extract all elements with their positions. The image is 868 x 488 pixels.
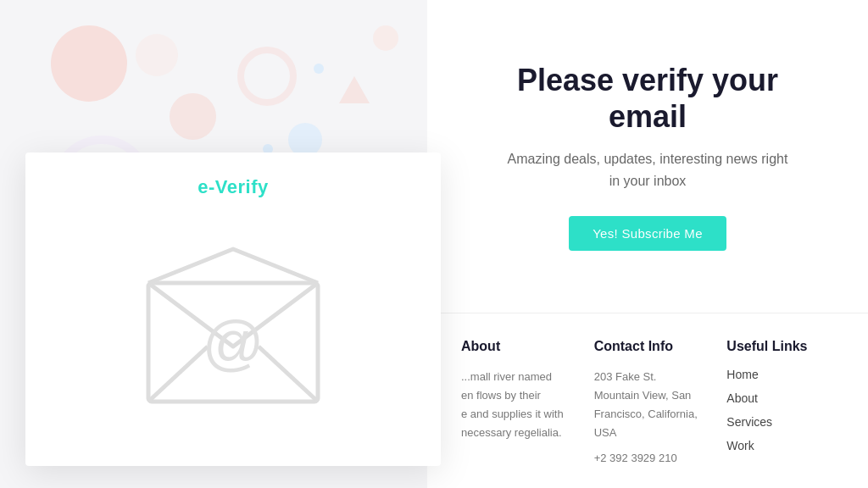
right-panel: Please verify your email Amazing deals, … (427, 0, 868, 488)
footer-contact-address: 203 Fake St. Mountain View, San Francisc… (594, 368, 702, 442)
footer-section: About ...mall river nameden flows by the… (427, 313, 868, 488)
deco-circle (373, 25, 398, 51)
deco-circle (237, 47, 297, 106)
envelope-illustration: @ (123, 215, 343, 435)
deco-circle (170, 93, 216, 140)
everify-card: e-Verify @ (25, 152, 441, 466)
footer-contact-title: Contact Info (594, 339, 702, 354)
footer-about-title: About (461, 339, 569, 354)
subscribe-button[interactable]: Yes! Subscribe Me (569, 216, 726, 251)
footer-about-col: About ...mall river nameden flows by the… (461, 339, 569, 468)
deco-circle (288, 123, 322, 157)
footer-links-title: Useful Links (726, 339, 834, 354)
footer-link-work[interactable]: Work (726, 439, 834, 452)
everify-logo: e-Verify (198, 176, 269, 198)
footer-contact-phone: +2 392 3929 210 (594, 449, 702, 468)
deco-triangle (339, 76, 370, 103)
svg-text:@: @ (202, 308, 264, 376)
hero-subtitle: Amazing deals, updates, interesting news… (504, 148, 792, 191)
footer-about-text: ...mall river nameden flows by theire an… (461, 368, 569, 442)
footer-contact-col: Contact Info 203 Fake St. Mountain View,… (594, 339, 702, 468)
hero-section: Please verify your email Amazing deals, … (427, 0, 868, 313)
deco-circle (51, 25, 127, 102)
footer-link-services[interactable]: Services (726, 415, 834, 429)
hero-title: Please verify your email (478, 62, 817, 135)
footer-link-home[interactable]: Home (726, 368, 834, 381)
deco-dot (314, 64, 324, 74)
deco-circle (136, 34, 178, 76)
footer-links-col: Useful Links Home About Services Work (726, 339, 834, 468)
footer-link-about[interactable]: About (726, 391, 834, 405)
